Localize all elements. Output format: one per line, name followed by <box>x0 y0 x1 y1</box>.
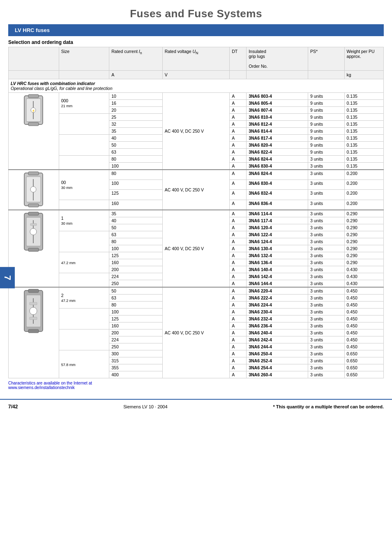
svg-rect-22 <box>28 329 39 333</box>
svg-rect-19 <box>30 223 37 226</box>
dt-1-8: A <box>230 259 247 266</box>
dt-000-7: A <box>230 135 247 142</box>
ps-242: 3 units <box>308 336 345 343</box>
weight-220: 0.450 <box>344 287 383 295</box>
weight-144: 0.430 <box>344 280 383 288</box>
website-link[interactable]: www.siemens.de/installationstechnik <box>8 385 75 390</box>
current-32: 32 <box>109 121 162 128</box>
current-100b: 100 <box>109 180 162 190</box>
dt-2-8: A <box>230 336 247 343</box>
current-80d: 80 <box>109 302 162 309</box>
dt-00-4: A <box>230 200 247 210</box>
dt-1-7: A <box>230 252 247 259</box>
ps-252: 3 units <box>308 357 345 364</box>
order-814: 3NA6 814-4 <box>247 128 308 135</box>
dt-000-10: A <box>230 156 247 163</box>
size-2-578mm: 57.8 mm <box>59 350 109 378</box>
dt-2-9: A <box>230 343 247 350</box>
ps-254: 3 units <box>308 364 345 371</box>
dt-1-6: A <box>230 245 247 252</box>
weight-805: 0.135 <box>344 100 383 107</box>
svg-rect-15 <box>28 248 39 251</box>
weight-254: 0.650 <box>344 364 383 371</box>
ps-810: 9 units <box>308 114 345 121</box>
ps-220: 3 units <box>308 287 345 295</box>
weight-260: 0.650 <box>344 371 383 378</box>
current-20: 20 <box>109 107 162 114</box>
current-16: 16 <box>109 100 162 107</box>
current-50c: 50 <box>109 287 162 295</box>
svg-point-18 <box>30 228 37 235</box>
current-63: 63 <box>109 149 162 156</box>
current-224b: 224 <box>109 336 162 343</box>
weight-124: 0.290 <box>344 238 383 245</box>
dt-2-13: A <box>230 371 247 378</box>
current-160: 160 <box>109 200 162 210</box>
current-80: 80 <box>109 156 162 163</box>
order-803: 3NA6 803-4 <box>247 93 308 100</box>
dt-000-9: A <box>230 149 247 156</box>
size-2: 247.2 mm <box>59 287 109 309</box>
col-header-order: Insulatedgrip lugsOrder No. <box>247 47 308 71</box>
ps-144: 3 units <box>308 280 345 288</box>
order-820: 3NA6 820-4 <box>247 142 308 149</box>
current-250b: 250 <box>109 343 162 350</box>
ps-232: 3 units <box>308 315 345 322</box>
table-row: 130 mm 35 AC 400 V, DC 250 V A 3NA6 114-… <box>9 210 384 217</box>
voltage-1: AC 400 V, DC 250 V <box>162 210 230 287</box>
current-315: 315 <box>109 357 162 364</box>
ps-136: 3 units <box>308 259 345 266</box>
svg-rect-21 <box>28 289 39 292</box>
order-220: 3NA6 220-4 <box>247 287 308 295</box>
ps-812: 9 units <box>308 121 345 128</box>
fuse-image-000: ⚡ <box>9 93 59 170</box>
combo-header-row: LV HRC fuses with combination indicator … <box>9 79 384 93</box>
current-25: 25 <box>109 114 162 121</box>
current-400: 400 <box>109 371 162 378</box>
dt-2-7: A <box>230 329 247 336</box>
unit-ps <box>308 71 345 79</box>
ps-122: 3 units <box>308 231 345 238</box>
table-row: 247.2 mm 50 AC 400 V, DC 250 V A 3NA6 22… <box>9 287 384 295</box>
order-807: 3NA6 807-4 <box>247 107 308 114</box>
svg-rect-8 <box>28 172 39 175</box>
current-80b: 80 <box>109 170 162 180</box>
order-244: 3NA6 244-4 <box>247 343 308 350</box>
ps-814: 9 units <box>308 128 345 135</box>
size-000-empty2 <box>59 135 109 156</box>
weight-222: 0.450 <box>344 295 383 302</box>
weight-140: 0.430 <box>344 266 383 273</box>
current-10: 10 <box>109 93 162 100</box>
current-160b: 160 <box>109 259 162 266</box>
ps-824: 3 units <box>308 156 345 163</box>
ps-807: 9 units <box>308 107 345 114</box>
size-000-empty <box>59 114 109 135</box>
order-230: 3NA6 230-4 <box>247 309 308 315</box>
svg-rect-14 <box>28 212 39 215</box>
weight-824b: 0.200 <box>344 170 383 180</box>
ps-824b: 3 units <box>308 170 345 180</box>
order-830b: 3NA6 830-4 <box>247 180 308 190</box>
current-100: 100 <box>109 163 162 170</box>
ps-120: 3 units <box>308 224 345 231</box>
weight-817: 0.135 <box>344 135 383 142</box>
svg-rect-2 <box>28 122 39 126</box>
order-824: 3NA6 824-4 <box>247 156 308 163</box>
order-240: 3NA6 240-4 <box>247 329 308 336</box>
unit-voltage: V <box>162 71 230 79</box>
weight-830b: 0.200 <box>344 180 383 190</box>
ps-836: 3 units <box>308 200 345 210</box>
table-header-row: Size Rated current In Rated voltage UN D… <box>9 47 384 71</box>
weight-250: 0.650 <box>344 350 383 357</box>
svg-rect-26 <box>30 302 37 305</box>
current-35b: 35 <box>109 210 162 217</box>
page-footer: 7/42 Siemens LV 10 · 2004 * This quantit… <box>0 399 392 414</box>
order-132: 3NA6 132-4 <box>247 252 308 259</box>
current-50: 50 <box>109 142 162 149</box>
current-200b: 200 <box>109 329 162 336</box>
order-812: 3NA6 812-4 <box>247 121 308 128</box>
svg-rect-1 <box>28 94 39 98</box>
unit-order <box>247 71 308 79</box>
weight-244: 0.450 <box>344 343 383 350</box>
dt-1-3: A <box>230 224 247 231</box>
